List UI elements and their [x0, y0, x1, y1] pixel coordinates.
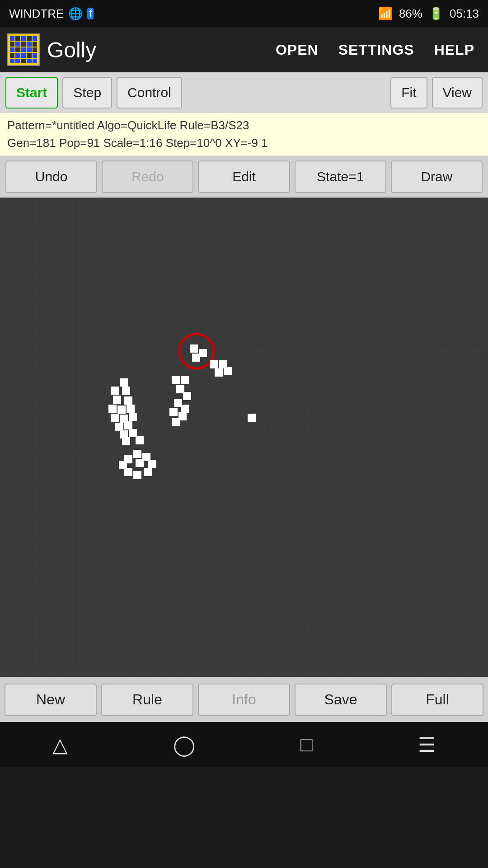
back-nav-icon[interactable]: △: [52, 733, 68, 756]
svg-rect-15: [169, 408, 178, 416]
menu-nav-icon[interactable]: ☰: [418, 733, 436, 756]
svg-rect-41: [133, 471, 141, 479]
svg-rect-32: [129, 429, 137, 437]
nav-bar: △ ◯ □ ☰: [0, 722, 488, 767]
svg-rect-24: [117, 406, 126, 414]
settings-button[interactable]: SETTINGS: [332, 38, 421, 62]
battery-text: 86%: [399, 7, 422, 21]
facebook-icon: f: [87, 8, 94, 19]
svg-rect-30: [124, 421, 132, 429]
svg-rect-12: [183, 392, 191, 400]
help-button[interactable]: HELP: [428, 38, 481, 62]
svg-rect-25: [127, 405, 135, 413]
app-logo: [7, 33, 40, 66]
canvas-area[interactable]: [0, 198, 488, 677]
status-bar: WINDTRE 🌐 f 📶 86% 🔋 05:13: [0, 0, 488, 27]
svg-rect-0: [0, 198, 488, 677]
svg-rect-44: [136, 459, 144, 467]
status-left: WINDTRE 🌐 f: [9, 7, 94, 21]
new-button[interactable]: New: [5, 684, 97, 716]
globe-icon: 🌐: [68, 7, 83, 21]
fit-button[interactable]: Fit: [390, 77, 427, 108]
rule-button[interactable]: Rule: [101, 684, 193, 716]
svg-rect-8: [224, 367, 232, 375]
svg-rect-43: [119, 461, 127, 469]
svg-rect-17: [172, 418, 180, 426]
svg-rect-28: [129, 413, 137, 421]
svg-rect-6: [215, 368, 223, 377]
svg-rect-34: [122, 437, 130, 445]
state-button[interactable]: State=1: [295, 160, 386, 193]
status-right: 📶 86% 🔋 05:13: [378, 7, 479, 21]
svg-rect-29: [115, 423, 123, 431]
view-button[interactable]: View: [432, 77, 483, 108]
svg-rect-4: [192, 354, 200, 362]
toolbar1: Start Step Control Fit View: [0, 72, 488, 113]
svg-rect-10: [181, 376, 189, 384]
svg-rect-37: [133, 450, 141, 458]
battery-icon: 🔋: [429, 7, 443, 21]
carrier-text: WINDTRE: [9, 7, 64, 21]
svg-rect-19: [111, 387, 119, 395]
toolbar-bottom: New Rule Info Save Full: [0, 677, 488, 722]
full-button[interactable]: Full: [391, 684, 483, 716]
start-button[interactable]: Start: [5, 77, 58, 108]
svg-rect-18: [120, 378, 128, 387]
info-button[interactable]: Info: [198, 684, 290, 716]
recents-nav-icon[interactable]: □: [300, 733, 313, 756]
app-bar: Golly OPEN SETTINGS HELP: [0, 27, 488, 72]
info-bar: Pattern=*untitled Algo=QuickLife Rule=B3…: [0, 113, 488, 156]
svg-rect-33: [136, 436, 144, 444]
svg-rect-26: [111, 414, 119, 422]
svg-rect-35: [248, 414, 256, 422]
app-title: Golly: [47, 38, 262, 62]
info-line2: Gen=181 Pop=91 Scale=1:16 Step=10^0 XY=-…: [7, 134, 481, 152]
svg-rect-21: [113, 396, 121, 404]
svg-rect-2: [190, 344, 198, 353]
draw-button[interactable]: Draw: [391, 160, 483, 193]
info-line1: Pattern=*untitled Algo=QuickLife Rule=B3…: [7, 117, 481, 134]
control-button[interactable]: Control: [117, 77, 182, 108]
svg-rect-14: [181, 405, 189, 413]
open-button[interactable]: OPEN: [269, 38, 325, 62]
home-nav-icon[interactable]: ◯: [173, 733, 195, 756]
time-text: 05:13: [450, 7, 479, 21]
undo-button[interactable]: Undo: [5, 160, 97, 193]
grid-svg: [0, 198, 488, 677]
svg-rect-20: [122, 387, 130, 395]
redo-button[interactable]: Redo: [102, 160, 193, 193]
save-button[interactable]: Save: [295, 684, 387, 716]
svg-rect-40: [144, 468, 152, 476]
edit-button[interactable]: Edit: [198, 160, 290, 193]
step-button[interactable]: Step: [62, 77, 112, 108]
signal-icon: 📶: [378, 7, 393, 21]
svg-rect-22: [124, 396, 132, 405]
svg-rect-39: [148, 460, 156, 468]
svg-rect-5: [210, 360, 218, 368]
toolbar2: Undo Redo Edit State=1 Draw: [0, 156, 488, 198]
svg-rect-9: [172, 376, 180, 384]
svg-rect-23: [108, 405, 117, 413]
svg-rect-42: [124, 468, 132, 476]
